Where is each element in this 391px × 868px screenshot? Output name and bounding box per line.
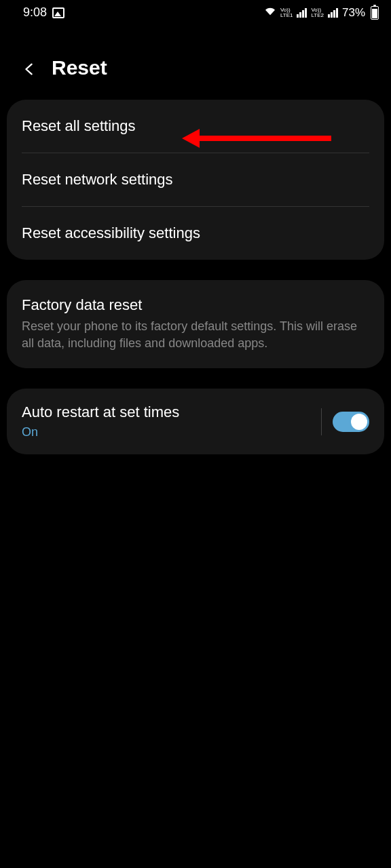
status-right: Vo)) LTE1 Vo)) LTE2 73% — [264, 6, 379, 20]
auto-restart-card: Auto restart at set times On — [7, 389, 384, 454]
item-subtitle: Reset your phone to its factory default … — [22, 318, 369, 352]
reset-all-settings-item[interactable]: Reset all settings — [7, 100, 384, 153]
picture-icon — [52, 7, 64, 18]
signal-bars-2 — [328, 8, 338, 18]
page-header: Reset — [0, 22, 391, 100]
item-status: On — [22, 425, 310, 439]
item-title: Auto restart at set times — [22, 403, 310, 421]
item-title: Factory data reset — [22, 296, 369, 314]
signal-bars-1 — [297, 8, 307, 18]
item-label: Reset all settings — [22, 117, 136, 134]
back-icon[interactable] — [22, 62, 34, 74]
item-label: Reset network settings — [22, 171, 173, 188]
page-title: Reset — [52, 56, 107, 79]
reset-network-settings-item[interactable]: Reset network settings — [7, 153, 384, 206]
auto-restart-item[interactable]: Auto restart at set times On — [7, 389, 384, 454]
item-label: Reset accessibility settings — [22, 224, 200, 241]
wifi-icon — [264, 6, 276, 20]
status-bar: 9:08 Vo)) LTE1 Vo)) LTE2 73% — [0, 0, 391, 22]
reset-options-card: Reset all settings Reset network setting… — [7, 100, 384, 260]
factory-data-reset-item[interactable]: Factory data reset Reset your phone to i… — [7, 280, 384, 368]
lte1-indicator: Vo)) LTE1 — [280, 7, 293, 18]
factory-reset-card: Factory data reset Reset your phone to i… — [7, 280, 384, 368]
toggle-divider — [321, 408, 322, 435]
auto-restart-toggle[interactable] — [333, 412, 369, 432]
battery-percent: 73% — [342, 6, 365, 20]
reset-accessibility-settings-item[interactable]: Reset accessibility settings — [7, 207, 384, 260]
status-time: 9:08 — [23, 5, 47, 20]
lte2-indicator: Vo)) LTE2 — [311, 7, 324, 18]
battery-icon — [371, 6, 379, 20]
status-left: 9:08 — [23, 5, 64, 20]
